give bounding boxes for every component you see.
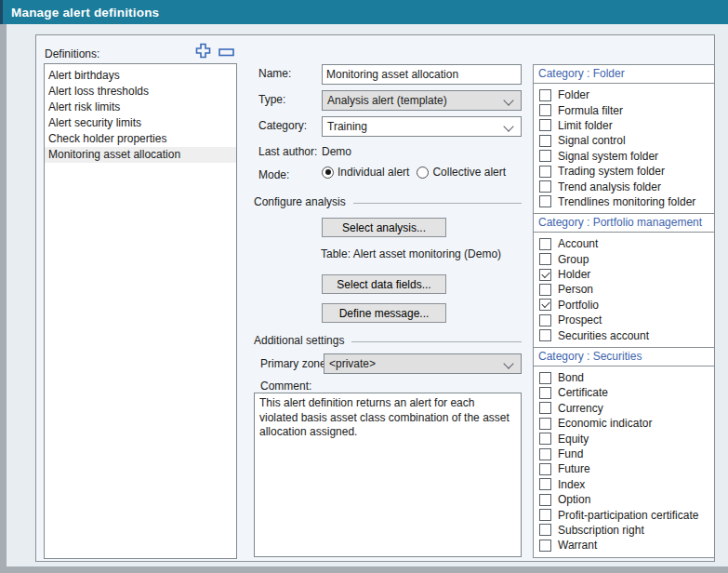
category-checkbox-row[interactable]: Formula filter [534,102,714,117]
category-checkbox-row[interactable]: Trend analysis folder [534,179,714,193]
category-checkbox-label: Subscription right [558,524,644,537]
category-checkbox-row[interactable]: Profit-participation certificate [534,507,714,522]
checkbox-icon[interactable] [539,104,551,116]
category-checkbox-row[interactable]: Account [534,236,714,251]
comment-label: Comment: [260,380,311,393]
category-checkbox-row[interactable]: Certificate [534,385,714,400]
mode-radio-option[interactable]: Collective alert [417,166,506,179]
mode-label: Mode: [258,168,289,181]
category-checkbox-row[interactable]: Trendlines monitoring folder [534,194,714,209]
category-checkbox-row[interactable]: Trading system folder [534,164,714,179]
category-checkbox-row[interactable]: Option [534,492,714,507]
category-checkbox-label: Option [558,493,590,506]
checkbox-icon[interactable] [539,509,551,521]
checkbox-icon[interactable] [539,478,551,490]
category-checkbox-row[interactable]: Folder [534,87,714,102]
category-checkbox-row[interactable]: Subscription right [534,523,714,538]
definition-item[interactable]: Alert birthdays [45,68,236,84]
category-checkbox-row[interactable]: Group [534,252,714,267]
checkbox-icon[interactable] [539,540,551,552]
checkbox-icon[interactable] [539,89,551,101]
window-edge-bottom [0,566,728,573]
checkbox-icon[interactable] [539,329,551,341]
checkbox-icon[interactable] [539,150,551,162]
name-input[interactable] [322,64,522,85]
select-data-fields-button[interactable]: Select data fields... [322,274,446,294]
category-checkbox-row[interactable]: Person [534,282,714,297]
checkbox-icon[interactable] [539,269,551,281]
comment-textarea[interactable]: This alert definition returns an alert f… [254,393,522,557]
category-checkbox-label: Limit folder [558,119,613,132]
checkbox-icon[interactable] [539,166,551,178]
definition-item[interactable]: Monitoring asset allocation [45,147,236,163]
category-checkbox-label: Account [558,237,598,250]
radio-icon[interactable] [417,167,429,179]
checkbox-icon[interactable] [539,180,551,193]
category-checkbox-row[interactable]: Index [534,477,714,492]
checkbox-icon[interactable] [539,433,551,445]
title-bar: Manage alert definitions [0,0,728,24]
category-checkbox-row[interactable]: Portfolio [534,298,714,313]
checkbox-icon[interactable] [539,463,551,475]
primary-zone-select[interactable]: <private> [324,353,522,374]
mode-radio-option[interactable]: Individual alert [322,166,409,179]
checkbox-icon[interactable] [539,418,551,430]
manage-alert-definitions-window: Manage alert definitions Definitions: Al… [0,0,728,573]
definition-item[interactable]: Alert risk limits [45,100,236,115]
type-label: Type: [258,93,285,106]
category-checkbox-row[interactable]: Future [534,461,714,476]
category-checkbox-row[interactable]: Bond [534,370,714,385]
remove-definition-button[interactable] [218,48,234,57]
category-checkbox-label: Formula filter [558,104,623,117]
category-checkbox-row[interactable]: Equity [534,431,714,446]
mode-option-label: Collective alert [432,166,506,179]
add-definition-button[interactable] [195,43,211,59]
checkbox-icon[interactable] [539,494,551,506]
mode-option-label: Individual alert [338,166,409,179]
category-group-header: Category : Portfolio management [533,213,715,233]
checkbox-icon[interactable] [539,387,551,399]
checkbox-icon[interactable] [539,299,551,311]
definitions-listbox[interactable]: Alert birthdaysAlert loss thresholdsAler… [44,63,237,559]
category-checkbox-row[interactable]: Economic indicator [534,416,714,431]
checkbox-icon[interactable] [539,195,551,207]
category-checkbox-row[interactable]: Limit folder [534,118,714,133]
type-select[interactable]: Analysis alert (template) [322,90,522,111]
category-checkbox-label: Trading system folder [558,165,665,178]
definition-item[interactable]: Check holder properties [45,131,236,147]
chevron-down-icon [503,358,513,368]
category-checkbox-label: Index [558,478,585,491]
checkbox-icon[interactable] [539,135,551,147]
category-checkbox-row[interactable]: Signal control [534,133,714,148]
configure-analysis-section: Configure analysis [254,195,522,208]
radio-icon[interactable] [322,167,334,179]
category-checkbox-label: Equity [558,433,589,446]
define-message-button[interactable]: Define message... [322,303,446,323]
definition-item[interactable]: Alert security limits [45,115,236,131]
category-checkbox-label: Holder [558,268,590,281]
category-checkbox-label: Person [558,283,593,296]
checkbox-icon[interactable] [539,524,551,536]
configure-analysis-section-label: Configure analysis [254,195,346,208]
category-checkbox-row[interactable]: Signal system folder [534,149,714,164]
category-checkbox-row[interactable]: Warrant [534,538,714,553]
checkbox-icon[interactable] [539,448,551,460]
checkbox-icon[interactable] [539,372,551,384]
checkbox-icon[interactable] [539,314,551,326]
checkbox-icon[interactable] [539,238,551,250]
select-analysis-button[interactable]: Select analysis... [322,218,446,237]
category-checkbox-row[interactable]: Holder [534,267,714,282]
checkbox-icon[interactable] [539,402,551,414]
checkbox-icon[interactable] [539,284,551,296]
category-checkbox-row[interactable]: Fund [534,446,714,461]
category-checkbox-row[interactable]: Prospect [534,313,714,327]
category-select[interactable]: Training [322,116,522,137]
checkbox-icon[interactable] [539,253,551,265]
category-group-list: AccountGroupHolderPersonPortfolioProspec… [533,232,715,348]
category-checkbox-row[interactable]: Currency [534,401,714,416]
definition-item[interactable]: Alert loss thresholds [45,84,236,100]
category-checkbox-row[interactable]: Securities account [534,327,714,342]
checkbox-icon[interactable] [539,119,551,131]
section-divider [351,341,522,342]
category-checkbox-label: Currency [558,402,603,415]
